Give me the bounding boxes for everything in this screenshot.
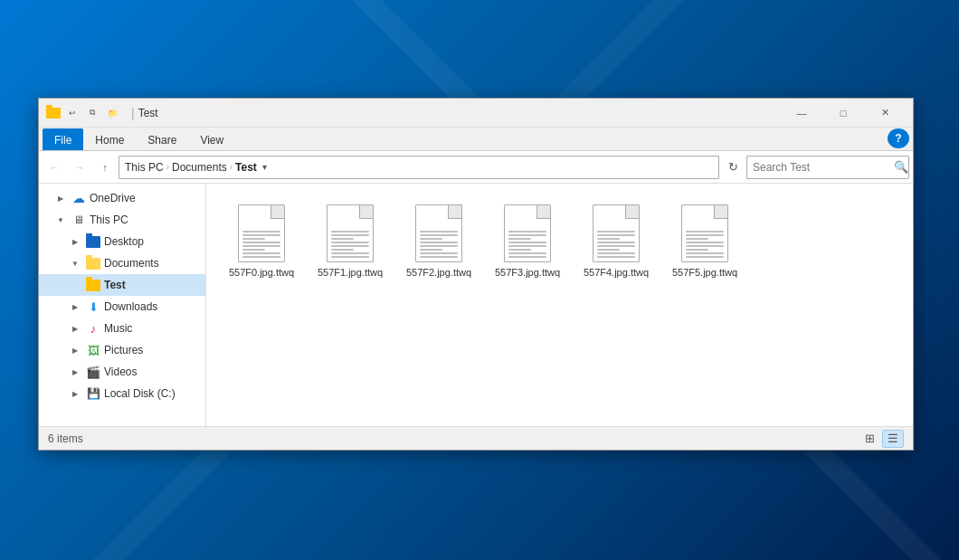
cloud-icon: ☁	[71, 191, 86, 205]
sidebar-item-documents[interactable]: ▼ Documents	[39, 252, 205, 274]
desktop-folder-icon	[86, 236, 100, 248]
breadcrumb-documents[interactable]: Documents	[172, 161, 227, 174]
breadcrumb: This PC › Documents › Test	[125, 161, 257, 174]
doc-lines	[597, 231, 635, 258]
explorer-window: ↩ ⧉ 📁 | Test — □ ✕ File Home Share View …	[38, 98, 914, 451]
music-icon: ♪	[86, 321, 100, 336]
grid-view-button[interactable]: ⊞	[859, 430, 880, 448]
main-area: ▶ ☁ OneDrive ▼ 🖥 This PC ▶ Desktop ▼ Doc…	[39, 184, 913, 426]
sidebar-label-desktop: Desktop	[104, 235, 144, 248]
list-view-button[interactable]: ☰	[882, 430, 904, 448]
tab-share[interactable]: Share	[136, 128, 188, 150]
address-bar[interactable]: This PC › Documents › Test ▾	[119, 156, 719, 179]
file-icon	[327, 204, 374, 262]
sidebar-item-downloads[interactable]: ▶ ⬇ Downloads	[39, 296, 205, 318]
sidebar-label-thispc: This PC	[90, 214, 128, 226]
sidebar-label-test: Test	[104, 279, 126, 291]
close-button[interactable]: ✕	[864, 99, 906, 128]
file-name: 557F4.jpg.ttwq	[584, 266, 649, 279]
up-button[interactable]: ↑	[93, 156, 117, 179]
expand-documents-icon: ▼	[68, 256, 82, 271]
file-item[interactable]: 557F3.jpg.ttwq	[487, 198, 568, 285]
file-name: 557F5.jpg.ttwq	[672, 266, 737, 279]
tab-file[interactable]: File	[43, 128, 83, 150]
sidebar-item-pictures[interactable]: ▶ 🖼 Pictures	[39, 339, 205, 361]
minimize-button[interactable]: —	[781, 99, 822, 128]
file-name: 557F2.jpg.ttwq	[406, 266, 471, 279]
back-button[interactable]: ←	[43, 156, 66, 179]
file-item[interactable]: 557F4.jpg.ttwq	[575, 198, 657, 285]
sidebar-item-music[interactable]: ▶ ♪ Music	[39, 318, 205, 339]
sidebar-label-localdisk: Local Disk (C:)	[104, 387, 176, 400]
sidebar-label-onedrive: OneDrive	[90, 192, 136, 204]
address-dropdown-button[interactable]: ▾	[257, 157, 273, 178]
doc-lines	[242, 231, 280, 258]
file-icon	[415, 204, 462, 262]
breadcrumb-test[interactable]: Test	[235, 161, 257, 174]
search-submit-button[interactable]: 🔍	[894, 157, 908, 178]
sidebar-item-localdisk[interactable]: ▶ 💾 Local Disk (C:)	[39, 383, 205, 404]
forward-button[interactable]: →	[68, 156, 91, 179]
sidebar-label-music: Music	[104, 322, 132, 335]
expand-desktop-icon: ▶	[68, 234, 82, 249]
search-input[interactable]	[747, 157, 894, 178]
file-name: 557F3.jpg.ttwq	[495, 266, 560, 279]
search-box: 🔍	[746, 156, 909, 179]
file-item[interactable]: 557F0.jpg.ttwq	[221, 198, 302, 285]
sidebar: ▶ ☁ OneDrive ▼ 🖥 This PC ▶ Desktop ▼ Doc…	[39, 184, 206, 426]
pc-icon: 🖥	[71, 213, 86, 227]
expand-downloads-icon: ▶	[68, 299, 82, 314]
tab-home[interactable]: Home	[83, 128, 136, 150]
qat-new-folder-button[interactable]: 📁	[104, 106, 120, 120]
sidebar-label-videos: Videos	[104, 365, 137, 378]
file-icon	[593, 204, 640, 262]
refresh-button[interactable]: ↻	[721, 156, 745, 179]
maximize-button[interactable]: □	[822, 99, 864, 128]
title-bar-icons: ↩ ⧉ 📁	[46, 106, 120, 120]
pictures-icon: 🖼	[86, 343, 100, 357]
breadcrumb-thispc[interactable]: This PC	[125, 161, 164, 174]
doc-lines	[508, 231, 546, 258]
test-folder-icon	[86, 280, 100, 291]
sidebar-label-documents: Documents	[104, 257, 159, 270]
qat-undo-button[interactable]: ↩	[64, 106, 81, 120]
help-button[interactable]: ?	[888, 128, 909, 148]
expand-music-icon: ▶	[68, 321, 82, 336]
file-icon	[681, 204, 728, 262]
window-title: Test	[138, 107, 781, 119]
file-name: 557F1.jpg.ttwq	[318, 266, 383, 279]
file-item[interactable]: 557F2.jpg.ttwq	[398, 198, 480, 285]
sidebar-item-test[interactable]: Test	[39, 274, 205, 296]
expand-pictures-icon: ▶	[68, 343, 82, 357]
file-icon	[238, 204, 285, 262]
file-item[interactable]: 557F5.jpg.ttwq	[664, 198, 745, 285]
sidebar-item-videos[interactable]: ▶ 🎬 Videos	[39, 361, 205, 383]
breadcrumb-arrow-2: ›	[230, 162, 233, 172]
status-item-count: 6 items	[48, 432, 859, 445]
ribbon-tabs: File Home Share View ?	[39, 128, 913, 151]
drive-icon: 💾	[86, 386, 100, 401]
doc-lines	[686, 231, 724, 258]
doc-lines	[331, 231, 369, 258]
sidebar-item-onedrive[interactable]: ▶ ☁ OneDrive	[39, 187, 205, 209]
status-bar: 6 items ⊞ ☰	[39, 426, 913, 450]
sidebar-item-thispc[interactable]: ▼ 🖥 This PC	[39, 209, 205, 231]
doc-lines	[420, 231, 458, 258]
file-icon	[504, 204, 551, 262]
tab-view[interactable]: View	[188, 128, 235, 150]
file-item[interactable]: 557F1.jpg.ttwq	[309, 198, 391, 285]
sidebar-label-downloads: Downloads	[104, 300, 157, 313]
sidebar-item-desktop[interactable]: ▶ Desktop	[39, 231, 205, 252]
sidebar-label-pictures: Pictures	[104, 344, 143, 356]
breadcrumb-arrow-1: ›	[166, 162, 169, 172]
file-area: 557F0.jpg.ttwq557F1.jpg.ttwq557F2.jpg.tt…	[206, 184, 913, 426]
expand-localdisk-icon: ▶	[68, 386, 82, 401]
view-buttons: ⊞ ☰	[859, 430, 904, 448]
qat-properties-button[interactable]: ⧉	[84, 106, 100, 120]
videos-icon: 🎬	[86, 365, 100, 379]
nav-bar: ← → ↑ This PC › Documents › Test ▾ ↻ 🔍	[39, 151, 913, 184]
title-separator: |	[131, 106, 135, 120]
window-folder-icon	[46, 106, 61, 120]
downloads-icon: ⬇	[86, 299, 100, 314]
expand-thispc-icon: ▼	[53, 213, 68, 227]
